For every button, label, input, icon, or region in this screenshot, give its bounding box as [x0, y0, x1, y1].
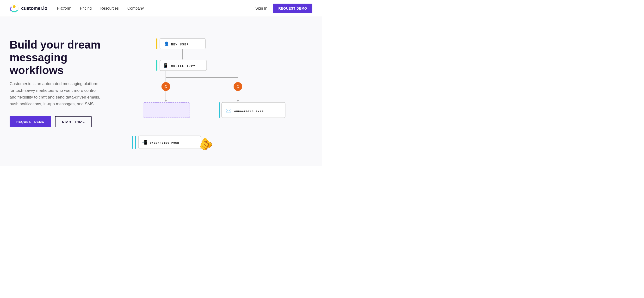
- svg-text:📲: 📲: [142, 140, 147, 145]
- svg-text:⏱: ⏱: [236, 85, 240, 89]
- logo-icon: [10, 4, 19, 13]
- svg-text:🫵: 🫵: [198, 136, 214, 152]
- logo-text: customer.io: [21, 6, 47, 11]
- svg-text:✉️: ✉️: [226, 108, 232, 114]
- hero-left: Build your dream messaging workflows Cus…: [10, 31, 110, 127]
- svg-rect-19: [143, 102, 190, 118]
- svg-text:ONBOARDING EMAIL: ONBOARDING EMAIL: [234, 110, 266, 113]
- svg-text:⏱: ⏱: [164, 85, 168, 89]
- svg-text:NEW USER: NEW USER: [171, 43, 189, 46]
- diagram-svg: 👤 NEW USER 📱 MOBILE APP? ⏱: [125, 31, 293, 166]
- svg-rect-8: [156, 60, 158, 71]
- workflow-diagram: 👤 NEW USER 📱 MOBILE APP? ⏱: [125, 31, 312, 166]
- svg-point-1: [13, 5, 16, 8]
- nav-links: Platform Pricing Resources Company: [57, 6, 256, 10]
- hero-section: Build your dream messaging workflows Cus…: [0, 17, 322, 166]
- navbar: customer.io Platform Pricing Resources C…: [0, 0, 322, 17]
- hero-buttons: REQUEST DEMO START TRIAL: [10, 116, 110, 127]
- svg-rect-30: [135, 136, 136, 149]
- nav-pricing[interactable]: Pricing: [80, 6, 92, 10]
- svg-marker-7: [182, 58, 184, 60]
- hero-description: Customer.io is an automated messaging pl…: [10, 80, 101, 108]
- nav-right: Sign In REQUEST DEMO: [256, 4, 312, 13]
- nav-resources[interactable]: Resources: [100, 6, 118, 10]
- hero-start-trial-button[interactable]: START TRIAL: [55, 116, 91, 127]
- nav-platform[interactable]: Platform: [57, 6, 71, 10]
- hero-request-demo-button[interactable]: REQUEST DEMO: [10, 116, 51, 127]
- svg-rect-29: [132, 136, 133, 149]
- svg-text:MOBILE APP?: MOBILE APP?: [171, 65, 195, 68]
- svg-text:👤: 👤: [164, 41, 170, 46]
- svg-rect-24: [219, 102, 220, 118]
- nav-company[interactable]: Company: [127, 6, 144, 10]
- nav-request-demo-button[interactable]: REQUEST DEMO: [273, 4, 312, 13]
- svg-text:ONBOARDING PUSH: ONBOARDING PUSH: [150, 142, 179, 144]
- hero-title: Build your dream messaging workflows: [10, 38, 110, 77]
- logo[interactable]: customer.io: [10, 4, 47, 13]
- svg-marker-18: [164, 100, 167, 102]
- svg-rect-2: [156, 38, 158, 49]
- svg-text:📱: 📱: [163, 63, 168, 68]
- svg-marker-23: [237, 100, 239, 102]
- sign-in-link[interactable]: Sign In: [256, 6, 268, 10]
